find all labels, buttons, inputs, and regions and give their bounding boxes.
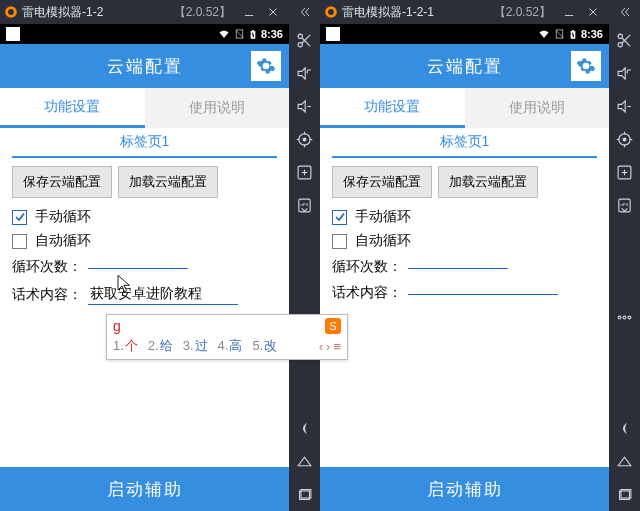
ime-nav[interactable]: ‹›≡ — [319, 339, 341, 354]
ime-prev-icon[interactable]: ‹ — [319, 339, 323, 354]
start-assist-button[interactable]: 启动辅助 — [320, 467, 609, 511]
svg-point-53 — [623, 138, 626, 141]
settings-button[interactable] — [571, 51, 601, 81]
close-button[interactable] — [261, 0, 285, 24]
ime-candidate[interactable]: 1.个 — [113, 337, 138, 355]
loop-count-label: 循环次数： — [332, 258, 402, 276]
android-statusbar: 8:36 — [0, 24, 289, 44]
window-titlebar: 雷电模拟器-1-2-1【2.0.52】 — [320, 0, 609, 24]
home-icon[interactable] — [289, 445, 320, 478]
clock: 8:36 — [581, 28, 603, 40]
page-title: 云端配置 — [107, 55, 183, 78]
back-icon[interactable] — [609, 412, 640, 445]
recent-icon[interactable] — [289, 478, 320, 511]
emulator-sidebar: aPK — [609, 0, 640, 511]
add-box-icon[interactable] — [289, 156, 320, 189]
settings-button[interactable] — [251, 51, 281, 81]
location-icon[interactable] — [609, 123, 640, 156]
apk-icon[interactable]: aPK — [289, 189, 320, 222]
dots-icon[interactable] — [609, 301, 640, 334]
subtab-label: 标签页1 — [120, 133, 170, 151]
window-title: 雷电模拟器-1-2-1 — [342, 4, 434, 21]
main-tabs: 功能设置使用说明 — [0, 88, 289, 128]
no-sim-icon — [554, 28, 565, 40]
collapse-icon[interactable] — [609, 0, 640, 24]
home-icon[interactable] — [609, 445, 640, 478]
svg-point-65 — [628, 316, 631, 319]
add-box-icon[interactable] — [609, 156, 640, 189]
svg-marker-13 — [298, 68, 305, 79]
ime-next-icon[interactable]: › — [326, 339, 330, 354]
load-cloud-config-button[interactable]: 加载云端配置 — [438, 166, 538, 198]
window-titlebar: 雷电模拟器-1-2【2.0.52】 — [0, 0, 289, 24]
svg-point-43 — [618, 34, 622, 38]
start-assist-button[interactable]: 启动辅助 — [0, 467, 289, 511]
subtab[interactable]: 标签页1 — [332, 128, 597, 158]
loop-count-input[interactable] — [408, 266, 508, 269]
page-title: 云端配置 — [427, 55, 503, 78]
wifi-icon — [217, 28, 231, 40]
svg-point-35 — [328, 9, 334, 15]
tab-usage-instructions[interactable]: 使用说明 — [145, 88, 290, 128]
save-cloud-config-button[interactable]: 保存云端配置 — [332, 166, 432, 198]
version-label: 【2.0.52】 — [494, 4, 551, 21]
svg-marker-47 — [618, 68, 625, 79]
scissors-icon[interactable] — [289, 24, 320, 57]
tab-function-settings[interactable]: 功能设置 — [0, 88, 145, 128]
svg-marker-16 — [298, 101, 305, 112]
manual-loop-checkbox[interactable] — [12, 210, 27, 225]
save-cloud-config-button[interactable]: 保存云端配置 — [12, 166, 112, 198]
load-cloud-config-button[interactable]: 加载云端配置 — [118, 166, 218, 198]
wifi-icon — [537, 28, 551, 40]
ime-candidates: 1.个2.给3.过4.高5.改‹›≡ — [107, 335, 347, 359]
ime-candidate[interactable]: 4.高 — [218, 337, 243, 355]
svg-point-19 — [303, 138, 306, 141]
svg-line-40 — [556, 30, 563, 37]
manual-loop-checkbox[interactable] — [332, 210, 347, 225]
talk-content-input[interactable]: 获取安卓进阶教程 — [88, 284, 238, 305]
no-sim-icon — [234, 28, 245, 40]
main-tabs: 功能设置使用说明 — [320, 88, 609, 128]
svg-text:aPK: aPK — [620, 202, 628, 207]
loop-count-input[interactable] — [88, 266, 188, 269]
volume-up-icon[interactable] — [609, 57, 640, 90]
status-placeholder-icon — [6, 27, 20, 41]
talk-content-label: 话术内容： — [12, 286, 82, 304]
auto-loop-checkbox[interactable] — [332, 234, 347, 249]
ime-menu-icon[interactable]: ≡ — [333, 339, 341, 354]
collapse-icon[interactable] — [289, 0, 320, 24]
close-button[interactable] — [581, 0, 605, 24]
status-placeholder-icon — [326, 27, 340, 41]
minimize-button[interactable] — [237, 0, 261, 24]
window-title: 雷电模拟器-1-2 — [22, 4, 103, 21]
scissors-icon[interactable] — [609, 24, 640, 57]
tab-usage-instructions[interactable]: 使用说明 — [465, 88, 610, 128]
recent-icon[interactable] — [609, 478, 640, 511]
svg-text:aPK: aPK — [300, 202, 308, 207]
subtab[interactable]: 标签页1 — [12, 128, 277, 158]
auto-loop-label: 自动循环 — [355, 232, 411, 250]
ime-candidate[interactable]: 2.给 — [148, 337, 173, 355]
volume-down-icon[interactable] — [289, 90, 320, 123]
talk-content-label: 话术内容： — [332, 284, 402, 302]
back-icon[interactable] — [289, 412, 320, 445]
volume-down-icon[interactable] — [609, 90, 640, 123]
android-statusbar: 8:36 — [320, 24, 609, 44]
apk-icon[interactable]: aPK — [609, 189, 640, 222]
location-icon[interactable] — [289, 123, 320, 156]
ime-candidate[interactable]: 5.改 — [252, 337, 277, 355]
ime-candidate[interactable]: 3.过 — [183, 337, 208, 355]
manual-loop-label: 手动循环 — [355, 208, 411, 226]
battery-icon — [248, 28, 258, 41]
ime-input-text: g — [113, 318, 121, 334]
emulator-pane: 雷电模拟器-1-2-1【2.0.52】8:36云端配置功能设置使用说明标签页1保… — [320, 0, 640, 511]
app-logo-icon — [4, 5, 18, 19]
auto-loop-checkbox[interactable] — [12, 234, 27, 249]
minimize-button[interactable] — [557, 0, 581, 24]
page-header: 云端配置 — [320, 44, 609, 88]
emulator-sidebar: aPK — [289, 0, 320, 511]
tab-function-settings[interactable]: 功能设置 — [320, 88, 465, 128]
volume-up-icon[interactable] — [289, 57, 320, 90]
svg-point-10 — [298, 43, 302, 47]
talk-content-input[interactable] — [408, 292, 558, 295]
